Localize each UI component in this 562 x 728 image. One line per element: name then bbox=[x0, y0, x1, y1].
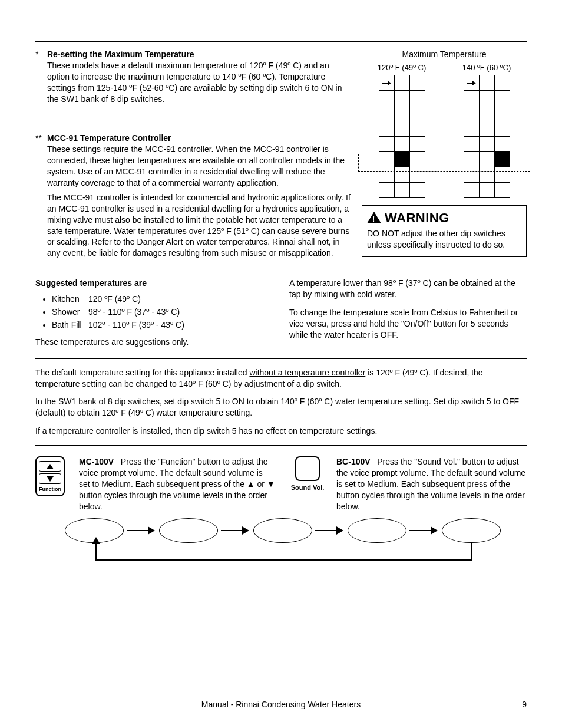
warning-triangle-icon bbox=[367, 212, 381, 223]
max-temp-title: Maximum Temperature bbox=[362, 49, 527, 60]
section2-body2: The MCC-91 controller is intended for co… bbox=[47, 192, 351, 259]
volume-cycle-diagram bbox=[35, 518, 527, 571]
section-reset-max-temp: * Re-setting the Maximum Temperature The… bbox=[35, 49, 351, 104]
warning-label: WARNING bbox=[385, 209, 449, 227]
right-note-2: To change the temperature scale from Cel… bbox=[289, 307, 527, 341]
default-p2: In the SW1 bank of 8 dip switches, set d… bbox=[35, 396, 527, 419]
section1-body: These models have a default maximum temp… bbox=[47, 60, 351, 105]
controllers-section: Function MC-100V Press the "Function" bu… bbox=[35, 456, 527, 512]
up-arrow-icon bbox=[39, 461, 61, 472]
loop-line bbox=[95, 543, 472, 561]
arrow-right-icon bbox=[409, 528, 439, 533]
mid-section: Suggested temperatures are Kitchen120 ºF… bbox=[35, 278, 527, 347]
warning-body: DO NOT adjust the other dip switches unl… bbox=[367, 228, 521, 251]
sound-vol-icon: Sound Vol. bbox=[287, 456, 328, 512]
dip-table-left bbox=[379, 75, 425, 198]
sound-vol-label: Sound Vol. bbox=[287, 483, 328, 492]
section1-title: Re-setting the Maximum Temperature bbox=[47, 50, 194, 59]
right-note-1: A temperature lower than 98º F (37º C) c… bbox=[289, 278, 527, 300]
arrow-right-icon bbox=[221, 528, 250, 533]
asterisk-single: * bbox=[35, 49, 47, 60]
default-temp-section: The default temperature setting for this… bbox=[35, 367, 527, 437]
dip-switch-diagram: 120º F (49º C) 140 ºF (60 ºC) bbox=[362, 62, 527, 199]
list-item: Shower98º - 110º F (37º - 43º C) bbox=[52, 307, 273, 318]
warning-box: WARNING DO NOT adjust the other dip swit… bbox=[362, 205, 527, 256]
left-column: * Re-setting the Maximum Temperature The… bbox=[35, 49, 351, 272]
right-notes: A temperature lower than 98º F (37º C) c… bbox=[289, 278, 527, 347]
suggested-note: These temperatures are suggestions only. bbox=[35, 337, 273, 348]
right-column: Maximum Temperature 120º F (49º C) 140 º… bbox=[362, 49, 527, 272]
mc-block: Function MC-100V Press the "Function" bu… bbox=[35, 456, 275, 512]
footer-title: Manual - Rinnai Condensing Water Heaters bbox=[35, 699, 527, 710]
down-arrow-icon bbox=[39, 473, 61, 484]
footer: Manual - Rinnai Condensing Water Heaters… bbox=[35, 699, 527, 710]
top-rule bbox=[35, 41, 527, 42]
underlined-text: without a temperature controller bbox=[249, 368, 365, 377]
cycle-oval bbox=[159, 518, 218, 543]
divider-2 bbox=[35, 445, 527, 446]
suggested-list: Kitchen120 ºF (49º C) Shower98º - 110º F… bbox=[35, 294, 273, 331]
function-label: Function bbox=[39, 486, 61, 493]
dip-left: 120º F (49º C) bbox=[378, 62, 426, 199]
cycle-oval bbox=[348, 518, 406, 543]
dip-right-label: 140 ºF (60 ºC) bbox=[462, 62, 511, 73]
page-number: 9 bbox=[522, 699, 527, 710]
cycle-oval bbox=[442, 518, 501, 543]
list-item: Bath Fill102º - 110º F (39º - 43º C) bbox=[52, 319, 273, 331]
bc-block: Sound Vol. BC-100V Press the "Sound Vol.… bbox=[287, 456, 527, 512]
section2-title: MCC-91 Temperature Controller bbox=[47, 133, 171, 143]
default-p3: If a temperature controller is installed… bbox=[35, 426, 527, 437]
suggested-title: Suggested temperatures are bbox=[35, 278, 273, 289]
dip-table-right bbox=[464, 75, 510, 198]
section-mcc91: ** MCC-91 Temperature Controller These s… bbox=[35, 133, 351, 259]
mc-text: MC-100V Press the "Function" button to a… bbox=[79, 456, 275, 512]
bc-text: BC-100V Press the "Sound Vol." button to… bbox=[336, 456, 527, 512]
loop-line-right bbox=[471, 543, 472, 561]
section2-body1: These settings require the MCC-91 contro… bbox=[47, 144, 351, 189]
mc-title: MC-100V bbox=[79, 457, 114, 466]
asterisk-double: ** bbox=[35, 133, 47, 144]
dip-left-label: 120º F (49º C) bbox=[378, 62, 426, 73]
warning-header: WARNING bbox=[367, 206, 521, 228]
divider-1 bbox=[35, 358, 527, 359]
function-button-icon: Function bbox=[35, 456, 71, 512]
list-item: Kitchen120 ºF (49º C) bbox=[52, 294, 273, 305]
cycle-oval bbox=[253, 518, 312, 543]
default-p1: The default temperature setting for this… bbox=[35, 367, 527, 390]
dip-right: 140 ºF (60 ºC) bbox=[462, 62, 511, 199]
suggested-temps: Suggested temperatures are Kitchen120 ºF… bbox=[35, 278, 273, 347]
upper-section: * Re-setting the Maximum Temperature The… bbox=[35, 49, 527, 272]
arrow-up-icon bbox=[92, 537, 100, 544]
arrow-right-icon bbox=[315, 528, 345, 533]
arrow-right-icon bbox=[127, 528, 156, 533]
bc-title: BC-100V bbox=[336, 457, 371, 466]
